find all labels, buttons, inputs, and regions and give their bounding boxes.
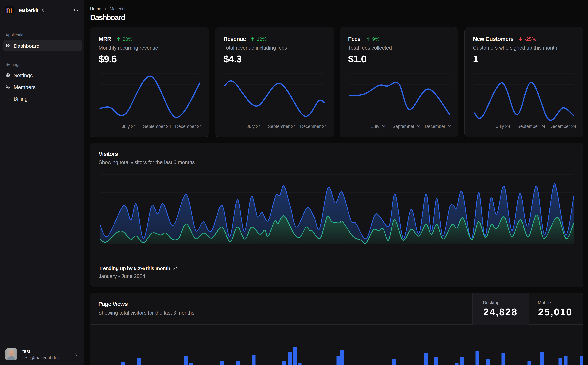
svg-text:m: m [6,6,13,14]
